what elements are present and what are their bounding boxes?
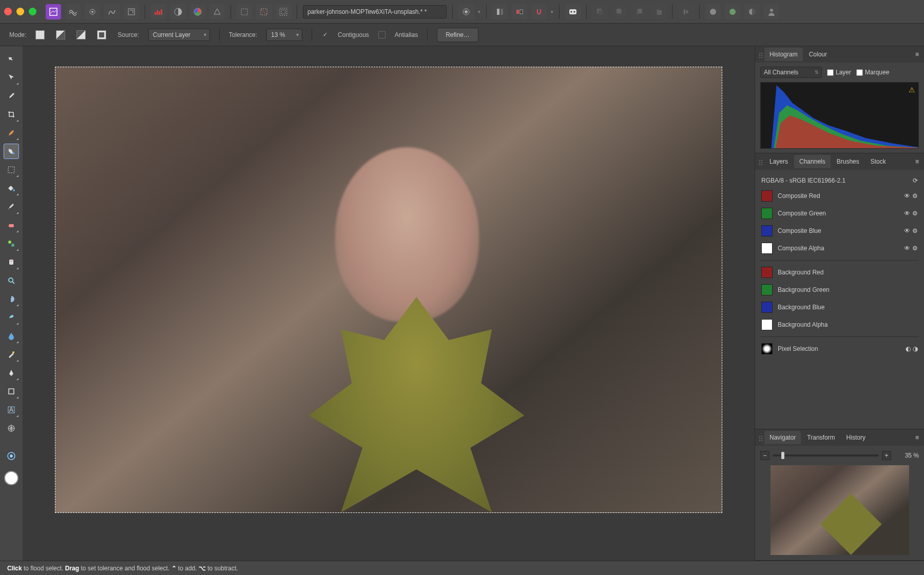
canvas-viewport[interactable] [23, 46, 755, 561]
settings-icon[interactable]: ⚙ [912, 227, 918, 234]
retouch-tool[interactable] [4, 347, 19, 362]
visibility-icon[interactable]: 👁 [904, 245, 910, 252]
panel-menu-icon[interactable]: ≡ [913, 432, 921, 443]
tab-layers[interactable]: Layers [764, 155, 793, 168]
foreground-colour[interactable] [4, 448, 19, 464]
mesh-warp-tool[interactable] [4, 421, 19, 436]
export-persona-button[interactable] [124, 4, 139, 19]
mode-intersect-button[interactable] [97, 30, 106, 39]
visibility-icon[interactable]: 👁 [904, 192, 910, 200]
zoom-slider[interactable] [773, 454, 879, 457]
arrange-forward-one-button[interactable] [631, 4, 647, 19]
zoom-window-icon[interactable] [29, 8, 36, 15]
zoom-in-button[interactable]: + [882, 451, 891, 460]
flood-select-tool[interactable] [4, 144, 19, 159]
tab-navigator[interactable]: Navigator [764, 431, 801, 444]
panel-menu-icon[interactable]: ≡ [913, 156, 921, 167]
selection-brush-tool[interactable] [4, 125, 19, 141]
view-tool[interactable] [4, 51, 19, 67]
tone-map-persona-button[interactable] [104, 4, 120, 19]
auto-levels-button[interactable] [151, 4, 166, 19]
colour-swatch[interactable] [4, 471, 18, 485]
visibility-icon[interactable]: 👁 [904, 227, 910, 234]
mode-subtract-button[interactable] [76, 30, 86, 39]
inpainting-tool[interactable] [4, 254, 19, 270]
photo-persona-button[interactable] [46, 4, 61, 19]
tolerance-input[interactable]: 13 % [266, 29, 302, 41]
zoom-tool[interactable] [4, 273, 19, 288]
contiguous-checkbox[interactable]: ✓ [321, 31, 329, 38]
snapping-button[interactable] [531, 4, 547, 19]
invert-selection-button[interactable] [276, 4, 291, 19]
document-title[interactable]: parker-johnson-MOPTew6XiTA-unsplash.* * [303, 5, 447, 18]
settings-icon[interactable]: ⚙ [912, 192, 918, 200]
auto-white-balance-button[interactable] [209, 4, 225, 19]
add-adjustment-button[interactable] [744, 4, 760, 19]
minimize-window-icon[interactable] [16, 8, 24, 15]
tab-colour[interactable]: Colour [804, 48, 832, 61]
marquee-tool[interactable] [4, 162, 19, 177]
settings-icon[interactable]: ⚙ [912, 210, 918, 217]
channel-row[interactable]: Background Green [760, 281, 919, 299]
tab-history[interactable]: History [841, 431, 871, 444]
deselect-button[interactable] [256, 4, 272, 19]
antialias-checkbox[interactable] [378, 31, 386, 38]
channel-row[interactable]: Background Alpha [760, 316, 919, 333]
paint-brush-tool[interactable] [4, 199, 19, 214]
blur-tool[interactable] [4, 328, 19, 344]
arrange-move-back-button[interactable] [592, 4, 608, 19]
visibility-icon[interactable]: 👁 [904, 210, 910, 217]
assistant-button[interactable] [565, 4, 581, 19]
layer-checkbox[interactable]: Layer [827, 69, 851, 76]
channel-row[interactable]: Composite Green 👁⚙ [760, 205, 919, 222]
flood-fill-tool[interactable] [4, 181, 19, 196]
refine-button[interactable]: Refine… [437, 28, 478, 42]
close-window-icon[interactable] [4, 8, 12, 15]
channel-row[interactable]: Composite Blue 👁⚙ [760, 222, 919, 240]
dodge-tool[interactable] [4, 291, 19, 307]
select-all-button[interactable] [237, 4, 252, 19]
auto-contrast-button[interactable] [170, 4, 186, 19]
arrange-back-one-button[interactable] [612, 4, 627, 19]
channel-pixel-selection[interactable]: Pixel Selection ◐◑ [760, 340, 919, 358]
align-button[interactable] [678, 4, 694, 19]
account-button[interactable] [764, 4, 779, 19]
text-tool[interactable]: A [4, 402, 19, 418]
mode-new-button[interactable] [35, 30, 45, 39]
zoom-out-button[interactable]: − [760, 451, 769, 460]
panel-drag-icon[interactable]: ⠿ [758, 52, 763, 57]
erase-tool[interactable] [4, 217, 19, 233]
tab-brushes[interactable]: Brushes [832, 155, 864, 168]
navigator-preview[interactable] [771, 465, 909, 555]
move-tool[interactable] [4, 70, 19, 85]
channel-row[interactable]: Background Blue [760, 299, 919, 316]
panel-drag-icon[interactable]: ⠿ [758, 159, 763, 164]
reset-icon[interactable]: ⟳ [913, 177, 918, 184]
toggle-mirror-view-button[interactable] [512, 4, 527, 19]
develop-persona-button[interactable] [85, 4, 100, 19]
panel-drag-icon[interactable]: ⠿ [758, 435, 763, 440]
marquee-checkbox[interactable]: Marquee [856, 69, 889, 76]
add-mask-button[interactable] [725, 4, 740, 19]
tab-transform[interactable]: Transform [802, 431, 840, 444]
histogram-channel-select[interactable]: All Channels [760, 67, 822, 78]
colour-picker-tool[interactable] [4, 88, 19, 104]
load-icon[interactable]: ◑ [913, 345, 918, 352]
mode-add-button[interactable] [56, 30, 65, 39]
tab-channels[interactable]: Channels [794, 155, 831, 168]
add-layer-button[interactable] [705, 4, 721, 19]
arrange-move-front-button[interactable] [651, 4, 666, 19]
crop-tool[interactable] [4, 107, 19, 122]
auto-colours-button[interactable] [190, 4, 205, 19]
tab-histogram[interactable]: Histogram [764, 48, 803, 61]
invert-icon[interactable]: ◐ [906, 345, 911, 352]
dropdown-chevron-icon[interactable]: ▾ [478, 9, 480, 14]
smudge-tool[interactable] [4, 310, 19, 325]
settings-icon[interactable]: ⚙ [912, 245, 918, 252]
channel-row[interactable]: Background Red [760, 264, 919, 281]
panel-menu-icon[interactable]: ≡ [913, 49, 921, 60]
channel-row[interactable]: Composite Red 👁⚙ [760, 187, 919, 205]
rectangle-tool[interactable] [4, 384, 19, 399]
channel-row[interactable]: Composite Alpha 👁⚙ [760, 240, 919, 257]
clone-tool[interactable] [4, 236, 19, 251]
